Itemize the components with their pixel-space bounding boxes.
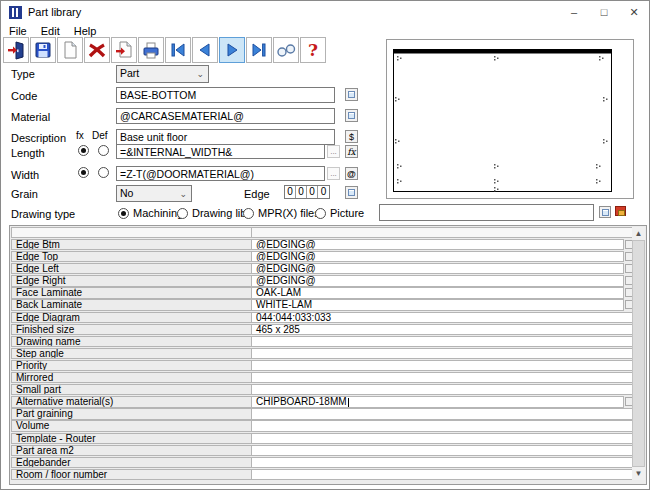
width-label: Width — [11, 169, 39, 181]
drawing-file-input[interactable] — [379, 204, 594, 221]
code-input[interactable]: BASE-BOTTOM — [116, 87, 335, 103]
menu-edit[interactable]: Edit — [41, 25, 60, 37]
table-row[interactable]: Edge Btm@EDGING@ — [11, 239, 634, 250]
exit-button[interactable] — [3, 37, 29, 63]
table-row[interactable]: Edge Diagram044:044:033:033 — [11, 312, 634, 323]
menu-file[interactable]: File — [9, 25, 27, 37]
row-value[interactable] — [252, 469, 634, 480]
table-row[interactable]: Edgebander — [11, 457, 634, 468]
table-row[interactable]: Edge Left@EDGING@ — [11, 263, 634, 274]
new-button[interactable] — [57, 37, 83, 63]
table-row[interactable]: Part area m2 — [11, 445, 634, 456]
width-fx-radio[interactable] — [78, 167, 89, 178]
row-value[interactable] — [252, 348, 634, 359]
length-fx-radio[interactable] — [78, 145, 89, 156]
type-label: Type — [11, 68, 35, 80]
table-row[interactable]: Step angle — [11, 348, 634, 359]
browse-button[interactable] — [273, 37, 299, 63]
table-row[interactable]: Template - Router — [11, 433, 634, 444]
table-row[interactable]: Finished size465 x 285 — [11, 324, 634, 335]
drawing-type-mprx[interactable]: MPR(X) files — [243, 207, 320, 219]
row-value[interactable] — [252, 336, 634, 347]
scroll-up-icon[interactable]: ▲ — [632, 227, 645, 240]
scroll-down-icon[interactable]: ▼ — [632, 467, 645, 480]
row-value[interactable] — [252, 372, 634, 383]
type-select[interactable]: Part⌄ — [116, 65, 209, 83]
first-record-button[interactable] — [165, 37, 191, 63]
code-lookup-button[interactable] — [345, 88, 358, 101]
drawing-type-picture[interactable]: Picture — [315, 207, 364, 219]
edge-value-2[interactable]: 0 — [307, 186, 318, 198]
material-input[interactable]: @CARCASEMATERIAL@ — [116, 108, 335, 124]
width-variable-button[interactable]: @ — [345, 167, 358, 180]
edge-value-3[interactable]: 0 — [318, 186, 329, 198]
row-value[interactable] — [252, 408, 634, 419]
help-icon: ? — [303, 40, 323, 60]
print-button[interactable] — [138, 37, 164, 63]
machining-editor-button[interactable] — [614, 204, 628, 219]
table-row[interactable]: Face LaminateOAK-LAM — [11, 287, 634, 298]
save-button[interactable] — [30, 37, 56, 63]
row-value[interactable] — [252, 445, 634, 456]
edge-values[interactable]: 0 0 0 0 — [284, 185, 330, 199]
table-row[interactable]: Room / floor number — [11, 469, 634, 480]
copy-part-button[interactable] — [111, 37, 137, 63]
table-row[interactable]: Edge Top@EDGING@ — [11, 251, 634, 262]
close-button[interactable]: ✕ — [619, 1, 649, 23]
row-value[interactable] — [252, 420, 634, 431]
table-row[interactable]: Small part — [11, 384, 634, 395]
table-row[interactable]: Priority — [11, 360, 634, 371]
drawing-type-machining[interactable]: Machining — [118, 207, 183, 219]
previous-record-button[interactable] — [192, 37, 218, 63]
row-value[interactable]: WHITE-LAM — [252, 299, 624, 310]
attribute-table: Edge Btm@EDGING@Edge Top@EDGING@Edge Lef… — [9, 225, 647, 485]
last-record-button[interactable] — [246, 37, 272, 63]
drawing-type-drawing-lib[interactable]: Drawing lib — [177, 207, 246, 219]
description-currency-button[interactable]: $ — [345, 130, 358, 143]
row-value[interactable]: CHIPBOARD-18MM — [252, 396, 624, 407]
row-value[interactable]: 044:044:033:033 — [252, 312, 634, 323]
length-def-radio[interactable] — [98, 145, 109, 156]
length-formula-button[interactable]: fx — [345, 145, 358, 158]
machine-icon — [618, 210, 625, 216]
edge-lookup-button[interactable] — [345, 186, 358, 199]
table-row[interactable]: Part graining — [11, 408, 634, 419]
width-def-radio[interactable] — [98, 167, 109, 178]
row-value[interactable] — [252, 433, 634, 444]
row-value[interactable] — [252, 457, 634, 468]
table-row[interactable]: Alternative material(s)CHIPBOARD-18MM — [11, 396, 634, 407]
material-lookup-button[interactable] — [345, 109, 358, 122]
table-row[interactable]: Back LaminateWHITE-LAM — [11, 299, 634, 310]
scrollbar-thumb[interactable] — [632, 240, 645, 467]
table-row[interactable]: Mirrored — [11, 372, 634, 383]
row-value[interactable]: @EDGING@ — [252, 251, 624, 262]
length-more-button[interactable]: ... — [327, 145, 340, 158]
edge-value-0[interactable]: 0 — [285, 186, 296, 198]
help-button[interactable]: ? — [300, 37, 326, 63]
row-value[interactable] — [252, 384, 634, 395]
width-input[interactable]: =Z-T(@DOORMATERIAL@) — [116, 166, 325, 181]
minimize-button[interactable]: – — [559, 1, 589, 23]
maximize-button[interactable]: □ — [589, 1, 619, 23]
edge-value-1[interactable]: 0 — [296, 186, 307, 198]
row-label: Edge Btm — [11, 239, 252, 250]
drawing-file-lookup-button[interactable] — [599, 206, 611, 218]
width-more-button[interactable]: ... — [327, 167, 340, 180]
table-row[interactable]: Drawing name — [11, 336, 634, 347]
row-value[interactable]: OAK-LAM — [252, 287, 624, 298]
description-input[interactable]: Base unit floor — [116, 129, 335, 145]
length-input[interactable]: =&INTERNAL_WIDTH& — [116, 144, 325, 159]
row-value[interactable] — [252, 360, 634, 371]
table-row[interactable]: Volume — [11, 420, 634, 431]
row-value[interactable]: 465 x 285 — [252, 324, 634, 335]
row-value[interactable]: @EDGING@ — [252, 263, 624, 274]
next-record-button[interactable] — [219, 37, 245, 63]
table-row[interactable]: Edge Right@EDGING@ — [11, 275, 634, 286]
menu-help[interactable]: Help — [74, 25, 97, 37]
table-scrollbar[interactable]: ▲ ▼ — [632, 227, 645, 480]
grain-select[interactable]: No⌄ — [116, 185, 192, 202]
row-value[interactable]: @EDGING@ — [252, 239, 624, 250]
option-label: MPR(X) files — [258, 207, 320, 219]
row-value[interactable]: @EDGING@ — [252, 275, 624, 286]
delete-button[interactable] — [84, 37, 110, 63]
